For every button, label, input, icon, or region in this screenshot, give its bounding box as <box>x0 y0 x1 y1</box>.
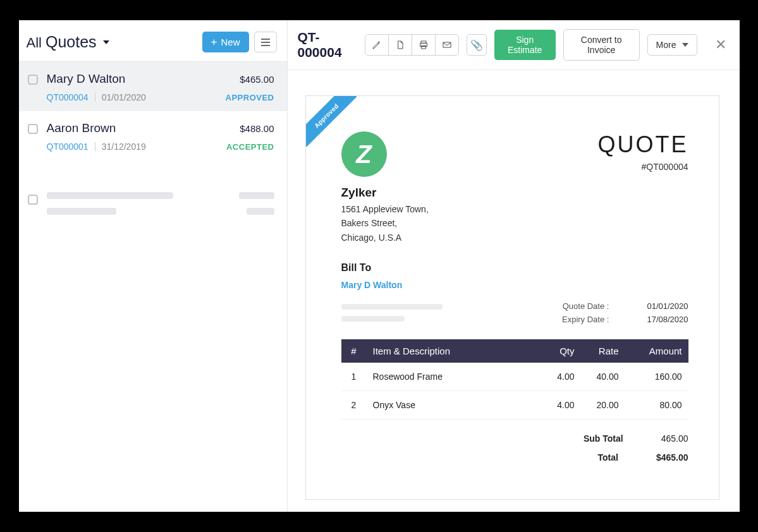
col-item: Item & Description <box>367 339 537 363</box>
address-line: 1561 Appleview Town, <box>341 202 429 216</box>
cell-rate: 40.00 <box>581 363 625 391</box>
pdf-icon <box>395 40 405 50</box>
col-qty: Qty <box>537 339 581 363</box>
subtotal-value: 465.00 <box>661 433 688 444</box>
col-amount: Amount <box>625 339 688 363</box>
quote-amount: $465.00 <box>240 74 274 85</box>
subtotal-row: Sub Total 465.00 <box>341 433 688 444</box>
quote-list-panel: All Quotes + New Mary D Walton$465.00QT0… <box>19 20 288 512</box>
filter-name-label: Quotes <box>46 33 97 51</box>
hamburger-icon <box>261 39 270 46</box>
more-button[interactable]: More <box>647 34 698 56</box>
total-row: Total $465.00 <box>341 452 688 462</box>
bill-to-customer: Mary D Walton <box>341 280 688 290</box>
document-wrap: Approved Z Zylker 1561 Appleview Town, B… <box>288 70 740 512</box>
quote-number: QT000001 <box>47 142 89 152</box>
mail-icon <box>442 40 452 50</box>
sidebar-header: All Quotes + New <box>19 20 287 62</box>
cell-qty: 4.00 <box>537 363 581 391</box>
expiry-date-row: Expiry Date : 17/08/2020 <box>562 315 688 324</box>
convert-invoice-button[interactable]: Convert to Invoice <box>563 29 640 61</box>
plus-icon: + <box>211 37 217 47</box>
quote-amount: $488.00 <box>240 123 274 134</box>
print-icon <box>419 40 429 50</box>
company-address: 1561 Appleview Town, Bakers Street, Chic… <box>341 202 429 245</box>
checkbox[interactable] <box>28 75 38 85</box>
subtotal-label: Sub Total <box>584 433 623 444</box>
quote-date: 31/12/2019 <box>102 142 146 152</box>
cell-number: 2 <box>341 391 367 420</box>
bill-to-label: Bill To <box>341 262 688 274</box>
list-options-button[interactable] <box>254 32 277 52</box>
sidebar-actions: + New <box>202 32 277 52</box>
svg-rect-3 <box>443 42 451 47</box>
items-table: # Item & Description Qty Rate Amount 1Ro… <box>341 339 688 420</box>
company-name: Zylker <box>341 186 429 200</box>
address-line: Bakers Street, <box>341 216 429 230</box>
filter-all-label: All <box>27 35 42 51</box>
quote-id-title: QT-000004 <box>298 30 352 60</box>
app-root: All Quotes + New Mary D Walton$465.00QT0… <box>19 20 740 512</box>
divider <box>95 93 95 102</box>
pencil-icon <box>372 40 382 50</box>
pdf-button[interactable] <box>388 34 412 56</box>
document-header: Z Zylker 1561 Appleview Town, Bakers Str… <box>341 131 688 245</box>
table-row: 1Rosewood Frame4.0040.00160.00 <box>341 363 688 391</box>
edit-button[interactable] <box>365 34 389 56</box>
divider <box>95 142 95 151</box>
detail-header: QT-000004 📎 Sign Estimate Convert t <box>288 20 740 70</box>
bill-to-address-placeholder <box>341 304 443 328</box>
table-header-row: # Item & Description Qty Rate Amount <box>341 339 688 363</box>
cell-description: Rosewood Frame <box>367 363 537 391</box>
col-rate: Rate <box>581 339 625 363</box>
col-number: # <box>341 339 367 363</box>
new-quote-button[interactable]: + New <box>202 32 249 52</box>
chevron-down-icon <box>103 40 109 44</box>
date-block: Quote Date : 01/01/2020 Expiry Date : 17… <box>562 301 688 328</box>
quote-list-item-skeleton <box>19 179 287 233</box>
quote-date-value: 01/01/2020 <box>647 301 688 311</box>
address-line: Chicago, U.S.A <box>341 231 429 245</box>
document-title: QUOTE <box>597 131 688 158</box>
bill-to-section: Bill To Mary D Walton <box>341 262 688 290</box>
checkbox[interactable] <box>28 124 38 134</box>
email-button[interactable] <box>435 34 459 56</box>
quote-date-row: Quote Date : 01/01/2020 <box>562 301 688 311</box>
more-label: More <box>656 40 676 50</box>
customer-name: Mary D Walton <box>47 72 126 86</box>
sign-estimate-button[interactable]: Sign Estimate <box>494 30 556 60</box>
quote-list: Mary D Walton$465.00QT00000401/01/2020AP… <box>19 62 287 512</box>
cell-description: Onyx Vase <box>367 391 537 420</box>
quote-list-item[interactable]: Aaron Brown$488.00QT00000131/12/2019ACCE… <box>19 111 287 160</box>
quote-status: ACCEPTED <box>226 142 274 152</box>
total-label: Total <box>597 452 618 462</box>
quote-item-body: Mary D Walton$465.00QT00000401/01/2020AP… <box>47 72 274 102</box>
bill-and-dates: Quote Date : 01/01/2020 Expiry Date : 17… <box>341 295 688 328</box>
table-row: 2Onyx Vase4.0020.0080.00 <box>341 391 688 420</box>
document-title-block: QUOTE #QT000004 <box>597 131 688 172</box>
quote-number: QT000004 <box>47 92 89 102</box>
toolbar-icon-group <box>365 34 459 56</box>
company-block: Z Zylker 1561 Appleview Town, Bakers Str… <box>341 131 429 245</box>
print-button[interactable] <box>412 34 436 56</box>
customer-name: Aaron Brown <box>47 121 116 135</box>
status-ribbon: Approved <box>306 96 357 147</box>
quote-status: APPROVED <box>226 93 274 102</box>
document-number: #QT000004 <box>597 162 688 172</box>
expiry-date-label: Expiry Date : <box>562 315 609 324</box>
quote-date-label: Quote Date : <box>563 301 609 311</box>
new-button-label: New <box>221 37 240 47</box>
attach-button[interactable]: 📎 <box>467 34 487 56</box>
cell-rate: 20.00 <box>581 391 625 420</box>
paperclip-icon: 📎 <box>470 39 483 51</box>
cell-number: 1 <box>341 363 367 391</box>
totals-block: Sub Total 465.00 Total $465.00 <box>341 433 688 462</box>
expiry-date-value: 17/08/2020 <box>647 315 688 324</box>
close-button[interactable]: ✕ <box>712 37 729 53</box>
quote-document: Approved Z Zylker 1561 Appleview Town, B… <box>305 95 719 500</box>
chevron-down-icon <box>682 43 688 47</box>
total-value: $465.00 <box>656 452 688 462</box>
filter-dropdown[interactable]: All Quotes <box>27 33 109 51</box>
svg-rect-2 <box>422 45 426 49</box>
quote-list-item[interactable]: Mary D Walton$465.00QT00000401/01/2020AP… <box>19 62 287 111</box>
